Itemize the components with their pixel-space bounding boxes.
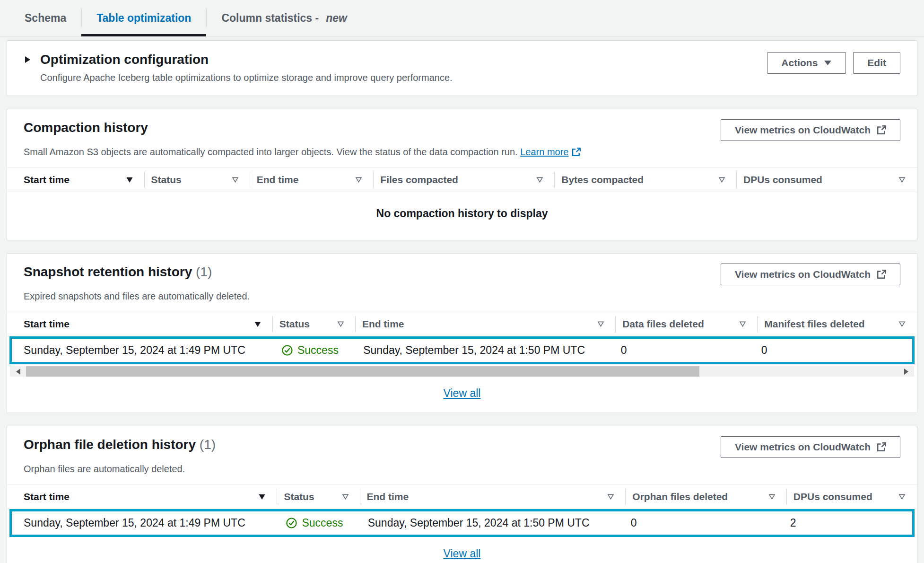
orphan-deletion-title: Orphan file deletion history (1)	[24, 437, 216, 452]
column-label: Bytes compacted	[561, 174, 644, 185]
compaction-view-metrics-label: View metrics on CloudWatch	[735, 124, 871, 136]
filter-icon[interactable]	[355, 177, 362, 183]
column-label: Orphan files deleted	[632, 491, 728, 502]
filter-icon[interactable]	[898, 321, 906, 327]
column-label: Start time	[24, 174, 70, 185]
tab-bar: Schema Table optimization Column statist…	[0, 0, 924, 36]
edit-button-label: Edit	[867, 57, 886, 69]
actions-button-label: Actions	[781, 57, 818, 69]
column-header-start-time[interactable]: Start time	[7, 485, 277, 509]
learn-more-link[interactable]: Learn more	[520, 147, 581, 158]
snapshot-table-row-selected[interactable]: Sunday, September 15, 2024 at 1:49 PM UT…	[9, 336, 915, 364]
compaction-history-table: Start time Status End time Files compact…	[7, 167, 917, 240]
compaction-history-title: Compaction history	[24, 120, 148, 135]
snapshot-view-all-link[interactable]: View all	[444, 387, 481, 399]
column-header-status[interactable]: Status	[273, 312, 356, 336]
column-header-files-compacted[interactable]: Files compacted	[374, 168, 555, 192]
column-header-manifest-files-deleted[interactable]: Manifest files deleted	[758, 312, 917, 336]
success-check-icon	[286, 517, 297, 529]
scroll-right-arrow[interactable]	[898, 366, 914, 377]
start-time-cell: Sunday, September 15, 2024 at 1:49 PM UT…	[12, 511, 279, 535]
snapshot-title-text: Snapshot retention history	[24, 264, 192, 279]
scrollbar-thumb[interactable]	[26, 366, 699, 377]
horizontal-scrollbar[interactable]	[10, 366, 914, 377]
data-files-deleted-cell: 0	[614, 339, 755, 362]
external-link-icon	[572, 148, 581, 157]
column-header-end-time[interactable]: End time	[356, 312, 616, 336]
orphan-title-text: Orphan file deletion history	[24, 437, 196, 452]
left-arrow-icon	[16, 369, 20, 375]
filter-icon[interactable]	[739, 321, 746, 327]
column-header-bytes-compacted[interactable]: Bytes compacted	[555, 168, 737, 192]
tab-column-statistics-label: Column statistics -	[221, 12, 319, 25]
snapshot-table-header: Start time Status End time Data files de…	[7, 312, 917, 336]
compaction-view-metrics-button[interactable]: View metrics on CloudWatch	[721, 119, 900, 141]
tab-column-statistics-new-badge: new	[326, 12, 347, 25]
orphan-file-deletion-history-card: Orphan file deletion history (1) View me…	[7, 426, 917, 563]
expand-caret-icon[interactable]	[24, 55, 31, 64]
snapshot-retention-description: Expired snapshots and files are automati…	[24, 291, 900, 302]
filter-icon[interactable]	[232, 177, 239, 183]
filter-icon[interactable]	[898, 177, 906, 183]
edit-button[interactable]: Edit	[853, 52, 900, 74]
orphan-table-row-selected[interactable]: Sunday, September 15, 2024 at 1:49 PM UT…	[9, 509, 915, 537]
dropdown-caret-icon	[824, 60, 832, 66]
optimization-configuration-title: Optimization configuration	[40, 52, 209, 67]
status-cell: Success	[279, 511, 361, 535]
tab-schema[interactable]: Schema	[9, 0, 81, 36]
snapshot-view-metrics-button[interactable]: View metrics on CloudWatch	[721, 264, 900, 285]
filter-icon[interactable]	[607, 494, 614, 500]
column-header-start-time[interactable]: Start time	[7, 168, 145, 192]
sort-filter-icon[interactable]	[126, 177, 133, 183]
actions-button[interactable]: Actions	[767, 52, 846, 74]
compaction-empty-message: No compaction history to display	[7, 192, 917, 240]
filter-icon[interactable]	[342, 494, 349, 500]
scrollbar-track[interactable]	[699, 366, 898, 377]
optimization-configuration-description: Configure Apache Iceberg table optimizat…	[40, 72, 453, 83]
column-header-start-time[interactable]: Start time	[7, 312, 273, 336]
column-header-end-time[interactable]: End time	[360, 485, 626, 509]
filter-icon[interactable]	[898, 494, 906, 500]
column-header-orphan-files-deleted[interactable]: Orphan files deleted	[626, 485, 787, 509]
filter-icon[interactable]	[718, 177, 725, 183]
column-header-dpus-consumed[interactable]: DPUs consumed	[737, 168, 917, 192]
column-label: DPUs consumed	[743, 174, 822, 185]
orphan-count: (1)	[200, 437, 216, 452]
snapshot-view-metrics-label: View metrics on CloudWatch	[735, 269, 871, 280]
orphan-view-metrics-button[interactable]: View metrics on CloudWatch	[721, 436, 900, 458]
optimization-configuration-card: Optimization configuration Configure Apa…	[7, 40, 917, 96]
snapshot-count: (1)	[196, 264, 212, 279]
external-link-icon	[877, 270, 886, 279]
column-header-dpus-consumed[interactable]: DPUs consumed	[787, 485, 917, 509]
column-label: Status	[284, 491, 314, 502]
orphan-view-all-link[interactable]: View all	[444, 547, 481, 560]
external-link-icon	[877, 125, 886, 135]
filter-icon[interactable]	[597, 321, 604, 327]
tab-table-optimization-label: Table optimization	[96, 12, 191, 25]
column-header-status[interactable]: Status	[145, 168, 250, 192]
scroll-left-arrow[interactable]	[10, 366, 26, 377]
status-cell: Success	[275, 339, 357, 362]
column-label: Status	[279, 318, 310, 330]
tab-schema-label: Schema	[25, 12, 66, 25]
filter-icon[interactable]	[536, 177, 543, 183]
sort-filter-icon[interactable]	[258, 494, 266, 500]
filter-icon[interactable]	[768, 494, 776, 500]
column-label: Files compacted	[380, 174, 458, 185]
learn-more-label: Learn more	[520, 147, 568, 158]
compaction-history-description: Small Amazon S3 objects are automaticall…	[24, 147, 900, 158]
filter-icon[interactable]	[337, 321, 344, 327]
tab-column-statistics[interactable]: Column statistics -new	[206, 0, 362, 36]
snapshot-retention-title: Snapshot retention history (1)	[24, 264, 212, 280]
orphan-deletion-table: Start time Status End time Orphan files …	[7, 484, 917, 563]
column-header-status[interactable]: Status	[277, 485, 360, 509]
column-header-end-time[interactable]: End time	[250, 168, 374, 192]
status-label: Success	[302, 517, 343, 529]
column-header-data-files-deleted[interactable]: Data files deleted	[616, 312, 758, 336]
tab-table-optimization[interactable]: Table optimization	[81, 0, 206, 36]
column-label: Start time	[24, 318, 70, 330]
start-time-cell: Sunday, September 15, 2024 at 1:49 PM UT…	[12, 339, 275, 362]
manifest-files-deleted-cell: 0	[755, 339, 912, 362]
end-time-cell: Sunday, September 15, 2024 at 1:50 PM UT…	[361, 511, 624, 535]
sort-filter-icon[interactable]	[254, 321, 262, 327]
